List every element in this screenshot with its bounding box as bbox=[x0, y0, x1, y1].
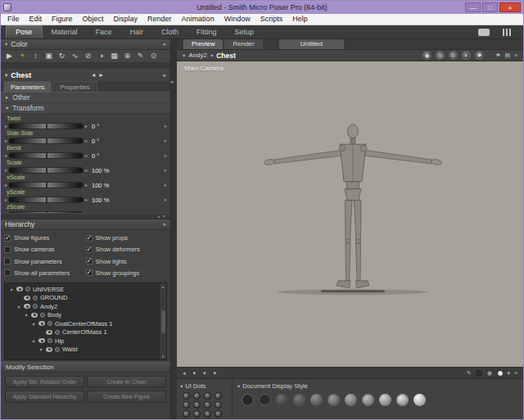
hierarchy-section-header[interactable]: Hierarchy ▸ bbox=[1, 219, 170, 230]
document-tab[interactable]: Untitled bbox=[279, 39, 344, 49]
parameter-dial[interactable] bbox=[8, 211, 84, 213]
eye-icon[interactable] bbox=[38, 321, 45, 326]
apply-std-rotation-order-button[interactable]: Apply Std. Rotation Order bbox=[5, 376, 84, 388]
render-stats-icon[interactable] bbox=[503, 29, 512, 36]
display-style-outline[interactable] bbox=[259, 394, 271, 406]
group-transform[interactable]: ▾ Transform bbox=[1, 103, 170, 114]
view-magnifier-tool-icon[interactable]: ⊕ bbox=[121, 51, 133, 61]
dial-increment-icon[interactable]: ▸ bbox=[85, 196, 88, 203]
panel-expand-icon[interactable]: » bbox=[514, 370, 517, 376]
display-style-cartoon[interactable] bbox=[362, 394, 374, 406]
hierarchy-item[interactable]: ▾ GoalCenterOfMass 1 bbox=[7, 319, 157, 328]
dolly-camera-icon[interactable]: ⊙ bbox=[449, 51, 458, 60]
dial-increment-icon[interactable]: ▸ bbox=[85, 123, 88, 129]
parameter-dial[interactable] bbox=[8, 182, 84, 188]
scroll-down-icon[interactable]: ▾ bbox=[162, 354, 165, 359]
expander-icon[interactable]: ▾ bbox=[16, 304, 21, 309]
expander-icon[interactable]: ▸ bbox=[6, 94, 8, 101]
menu-render[interactable]: Render bbox=[142, 14, 177, 25]
mannequin-figure[interactable] bbox=[177, 61, 523, 367]
tab-properties[interactable]: Properties bbox=[52, 81, 97, 92]
dial-decrement-icon[interactable]: ◂ bbox=[4, 152, 7, 159]
current-figure[interactable]: Andy2 bbox=[188, 52, 207, 59]
ui-dot[interactable] bbox=[193, 392, 201, 400]
background-color-dark-dot[interactable] bbox=[476, 370, 482, 377]
tracking-dropdown-icon[interactable]: ▾ bbox=[214, 370, 217, 377]
expander-icon[interactable]: ▾ bbox=[31, 321, 36, 327]
panel-expand-icon[interactable]: » bbox=[514, 52, 517, 59]
dial-menu-icon[interactable]: ▸ bbox=[165, 182, 167, 188]
prev-actor-icon[interactable]: ◂ bbox=[92, 71, 95, 79]
hierarchy-item[interactable]: ▾ Waist bbox=[7, 345, 157, 355]
scroll-up-icon[interactable]: ▴ bbox=[157, 214, 160, 219]
hierarchy-item[interactable]: CenterOfMass 1 bbox=[7, 328, 157, 337]
ui-dot[interactable] bbox=[193, 401, 201, 409]
dial-increment-icon[interactable]: ▸ bbox=[85, 167, 88, 174]
hierarchy-item[interactable]: GROUND bbox=[7, 294, 157, 303]
eye-icon[interactable] bbox=[16, 287, 23, 291]
ui-dot[interactable] bbox=[204, 392, 211, 400]
flyout-arrow-icon[interactable]: ▸ bbox=[163, 41, 166, 47]
depth-cue-dropdown-icon[interactable]: ▾ bbox=[193, 370, 196, 377]
dial-decrement-icon[interactable]: ◂ bbox=[4, 182, 7, 188]
display-style-flat-shaded[interactable] bbox=[328, 394, 340, 406]
eye-icon[interactable] bbox=[31, 313, 38, 318]
figure-dropdown-icon[interactable]: ▾ bbox=[183, 52, 185, 59]
color-tool-icon[interactable]: ◑ bbox=[95, 51, 107, 61]
scroll-down-icon[interactable]: ▾ bbox=[163, 214, 165, 219]
tab-parameters[interactable]: Parameters bbox=[3, 81, 52, 92]
twist-tool-icon[interactable]: ∿ bbox=[69, 51, 81, 61]
eye-icon[interactable] bbox=[38, 338, 45, 343]
display-style-silhouette[interactable] bbox=[242, 394, 254, 406]
group-other[interactable]: ▸ Other bbox=[1, 93, 170, 103]
flag-icon[interactable]: ⚑ bbox=[495, 52, 500, 59]
room-tab-pose[interactable]: Pose bbox=[6, 25, 43, 38]
shadow-dropdown-icon[interactable]: ▾ bbox=[203, 370, 206, 377]
eye-icon[interactable] bbox=[46, 347, 52, 352]
next-actor-icon[interactable]: ▸ bbox=[99, 71, 102, 79]
menu-object[interactable]: Object bbox=[78, 14, 109, 25]
flyout-arrow-icon[interactable]: ▸ bbox=[163, 72, 166, 79]
ui-dot[interactable] bbox=[204, 410, 211, 418]
panel-divider[interactable]: ▸ bbox=[171, 39, 177, 419]
menu-window[interactable]: Window bbox=[219, 14, 255, 25]
camera-icon[interactable]: ◉ bbox=[422, 51, 431, 60]
dial-decrement-icon[interactable]: ◂ bbox=[4, 123, 7, 129]
direct-manipulation-tool-icon[interactable]: ⊙ bbox=[147, 51, 160, 61]
show-lights-checkbox[interactable]: Show lights bbox=[86, 256, 168, 267]
collapse-left-icon[interactable]: ◂ bbox=[183, 370, 186, 377]
tree-scrollbar[interactable]: ▴ ▾ bbox=[159, 283, 166, 359]
display-style-cartoon-with-line[interactable] bbox=[379, 394, 391, 406]
dial-menu-icon[interactable]: ▸ bbox=[165, 152, 167, 159]
dial-decrement-icon[interactable]: ◂ bbox=[4, 196, 7, 203]
expander-icon[interactable]: ▾ bbox=[9, 287, 14, 292]
display-style-flat-lined[interactable] bbox=[345, 394, 357, 406]
maximize-button[interactable]: □ bbox=[482, 2, 498, 12]
actor-dropdown-icon[interactable]: ▾ bbox=[5, 72, 7, 79]
panel-menu-icon[interactable]: ▤ bbox=[504, 52, 510, 59]
scale-tool-icon[interactable]: ▣ bbox=[43, 51, 55, 61]
current-actor[interactable]: Chest bbox=[216, 52, 236, 60]
parameter-dial[interactable] bbox=[8, 196, 84, 203]
hierarchy-item[interactable]: ▾ Andy2 bbox=[7, 302, 157, 311]
ui-dot[interactable] bbox=[193, 410, 201, 418]
scroll-up-icon[interactable]: ▴ bbox=[162, 284, 165, 289]
tab-render[interactable]: Render bbox=[224, 39, 262, 49]
rotate-tool-icon[interactable]: ↻ bbox=[56, 51, 68, 61]
ui-dot[interactable] bbox=[183, 401, 190, 409]
room-tab-fitting[interactable]: Fitting bbox=[187, 26, 226, 38]
actor-dropdown-icon[interactable]: ▾ bbox=[210, 52, 213, 59]
room-tab-setup[interactable]: Setup bbox=[226, 26, 264, 38]
color-dropdown-icon[interactable]: ▾ bbox=[508, 370, 511, 377]
room-tab-face[interactable]: Face bbox=[87, 26, 121, 38]
show-deformers-checkbox[interactable]: Show deformers bbox=[86, 244, 168, 255]
show-groupings-checkbox[interactable]: Show groupings bbox=[86, 268, 168, 278]
tab-preview[interactable]: Preview bbox=[183, 39, 223, 49]
morphing-tool-icon[interactable]: ✎ bbox=[134, 51, 147, 61]
orbit-camera-icon[interactable]: ◐ bbox=[462, 51, 471, 60]
show-props-checkbox[interactable]: Show props bbox=[86, 233, 168, 243]
menu-figure[interactable]: Figure bbox=[47, 14, 78, 25]
dial-menu-icon[interactable]: ▸ bbox=[165, 123, 167, 129]
collapse-triangle-icon[interactable]: ▾ bbox=[5, 41, 7, 47]
menu-edit[interactable]: Edit bbox=[25, 14, 47, 25]
